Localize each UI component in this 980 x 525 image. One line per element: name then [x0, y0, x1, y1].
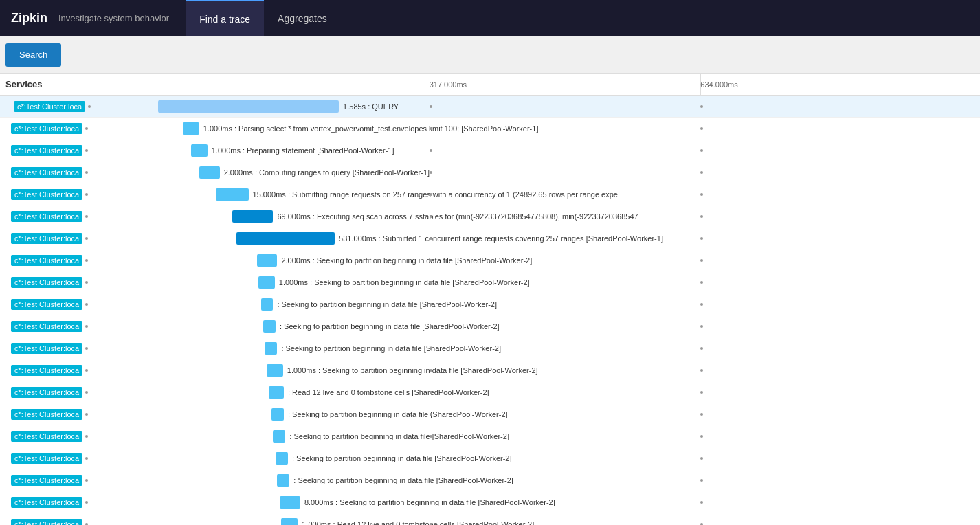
trace-row[interactable]: c*:Test Cluster:loca: Seeking to partiti…: [0, 293, 980, 315]
trace-row[interactable]: c*:Test Cluster:loca1.000ms : Seeking to…: [0, 271, 980, 293]
span-bar[interactable]: [236, 232, 335, 245]
timeline-dot: [430, 259, 432, 262]
trace-row[interactable]: c*:Test Cluster:loca8.000ms : Seeking to…: [0, 491, 980, 513]
row-service-cell: c*:Test Cluster:loca: [0, 189, 158, 200]
timeline-dot: [430, 303, 432, 306]
timeline-dot: [700, 127, 703, 130]
timeline-dot: [430, 171, 432, 174]
span-label: 69.000ms : Executing seq scan across 7 s…: [277, 212, 638, 221]
span-bar[interactable]: [261, 298, 274, 311]
collapse-button[interactable]: -: [3, 101, 14, 112]
span-bar[interactable]: [265, 342, 277, 355]
timeline-dot: [430, 325, 432, 328]
trace-container: Services 317.000ms634.000ms -c*:Test Clu…: [0, 74, 980, 525]
trace-row[interactable]: c*:Test Cluster:loca: Read 12 live and 0…: [0, 381, 980, 403]
row-service-cell: c*:Test Cluster:loca: [0, 123, 158, 134]
trace-row[interactable]: c*:Test Cluster:loca69.000ms : Executing…: [0, 205, 980, 227]
span-bar[interactable]: [232, 210, 274, 223]
row-service-cell: c*:Test Cluster:loca: [0, 343, 158, 354]
trace-row[interactable]: c*:Test Cluster:loca15.000ms : Submittin…: [0, 183, 980, 205]
trace-row[interactable]: c*:Test Cluster:loca: Seeking to partiti…: [0, 337, 980, 359]
trace-row[interactable]: c*:Test Cluster:loca1.000ms : Preparing …: [0, 139, 980, 161]
trace-row[interactable]: c*:Test Cluster:loca: Seeking to partiti…: [0, 403, 980, 425]
row-dot: [85, 259, 88, 262]
row-timeline-cell: : Seeking to partition beginning in data…: [158, 315, 980, 337]
span-bar[interactable]: [257, 254, 278, 267]
span-label: 1.000ms : Parsing select * from vortex_p…: [203, 124, 539, 133]
service-badge: c*:Test Cluster:loca: [11, 299, 82, 310]
timeline-dot: [700, 259, 703, 262]
span-bar[interactable]: [216, 188, 249, 201]
tab-find-trace[interactable]: Find a trace: [186, 0, 264, 36]
service-badge: c*:Test Cluster:loca: [11, 233, 82, 244]
timeline-dot: [430, 413, 432, 416]
services-col-header: Services: [0, 79, 158, 89]
span-label: 1.000ms : Read 12 live and 0 tombstone c…: [302, 520, 534, 526]
span-label: : Read 12 live and 0 tombstone cells [Sh…: [288, 388, 489, 396]
row-service-cell: c*:Test Cluster:loca: [0, 321, 158, 332]
span-label: : Seeking to partition beginning in data…: [288, 410, 508, 418]
trace-row[interactable]: c*:Test Cluster:loca: Seeking to partiti…: [0, 315, 980, 337]
service-badge: c*:Test Cluster:loca: [11, 409, 82, 420]
span-bar[interactable]: [199, 166, 220, 179]
span-bar[interactable]: [191, 144, 208, 157]
span-bar[interactable]: [273, 430, 285, 443]
timeline-marks-area: 317.000ms634.000ms: [158, 74, 980, 95]
timeline-dot: [700, 501, 703, 504]
span-bar[interactable]: [281, 518, 298, 526]
row-timeline-cell: : Seeking to partition beginning in data…: [158, 425, 980, 447]
row-service-cell: c*:Test Cluster:loca: [0, 475, 158, 486]
timeline-dot: [430, 523, 432, 526]
service-badge: c*:Test Cluster:loca: [11, 519, 82, 526]
timeline-dot: [700, 523, 703, 526]
span-bar[interactable]: [258, 276, 275, 289]
span-bar[interactable]: [267, 364, 283, 377]
timeline-dot: [430, 149, 432, 152]
timeline-dot: [700, 281, 703, 284]
row-timeline-cell: 1.000ms : Seeking to partition beginning…: [158, 359, 980, 381]
trace-row[interactable]: c*:Test Cluster:loca1.000ms : Read 12 li…: [0, 513, 980, 525]
row-dot: [85, 523, 88, 526]
trace-row[interactable]: c*:Test Cluster:loca: Seeking to partiti…: [0, 469, 980, 491]
timeline-dot: [700, 413, 703, 416]
timeline-dot: [700, 193, 703, 196]
service-badge: c*:Test Cluster:loca: [11, 453, 82, 464]
row-timeline-cell: 2.000ms : Seeking to partition beginning…: [158, 249, 980, 271]
timeline-dot: [700, 171, 703, 174]
search-button[interactable]: Search: [5, 43, 61, 67]
trace-row[interactable]: c*:Test Cluster:loca2.000ms : Seeking to…: [0, 249, 980, 271]
span-label: : Seeking to partition beginning in data…: [293, 476, 513, 484]
trace-row[interactable]: c*:Test Cluster:loca1.000ms : Seeking to…: [0, 359, 980, 381]
row-dot: [85, 237, 88, 240]
span-bar[interactable]: [158, 100, 339, 113]
span-bar[interactable]: [280, 496, 300, 509]
span-label: 1.000ms : Seeking to partition beginning…: [279, 278, 530, 287]
row-service-cell: c*:Test Cluster:loca: [0, 409, 158, 420]
service-badge: c*:Test Cluster:loca: [11, 387, 82, 398]
span-bar[interactable]: [269, 386, 284, 399]
row-timeline-cell: 15.000ms : Submitting range requests on …: [158, 183, 980, 205]
row-service-cell: -c*:Test Cluster:loca: [0, 101, 158, 112]
timeline-dot: [700, 435, 703, 438]
timeline-dot: [430, 347, 432, 350]
timeline-dot: [430, 237, 432, 240]
span-bar[interactable]: [183, 122, 199, 135]
row-dot: [85, 149, 88, 152]
timeline-dot: [700, 391, 703, 394]
row-dot: [85, 435, 88, 438]
trace-row[interactable]: c*:Test Cluster:loca: Seeking to partiti…: [0, 425, 980, 447]
trace-rows-container: -c*:Test Cluster:loca1.585s : QUERYc*:Te…: [0, 96, 980, 525]
row-dot: [85, 501, 88, 504]
timeline-dot: [700, 303, 703, 306]
tab-aggregates[interactable]: Aggregates: [264, 0, 341, 36]
trace-row[interactable]: c*:Test Cluster:loca531.000ms : Submitte…: [0, 227, 980, 249]
span-bar[interactable]: [277, 474, 289, 487]
trace-row[interactable]: c*:Test Cluster:loca1.000ms : Parsing se…: [0, 118, 980, 139]
trace-row[interactable]: c*:Test Cluster:loca: Seeking to partiti…: [0, 447, 980, 469]
row-service-cell: c*:Test Cluster:loca: [0, 255, 158, 266]
span-bar[interactable]: [271, 408, 284, 421]
span-bar[interactable]: [263, 320, 276, 333]
span-bar[interactable]: [276, 452, 288, 465]
trace-row[interactable]: -c*:Test Cluster:loca1.585s : QUERY: [0, 96, 980, 118]
trace-row[interactable]: c*:Test Cluster:loca2.000ms : Computing …: [0, 161, 980, 183]
